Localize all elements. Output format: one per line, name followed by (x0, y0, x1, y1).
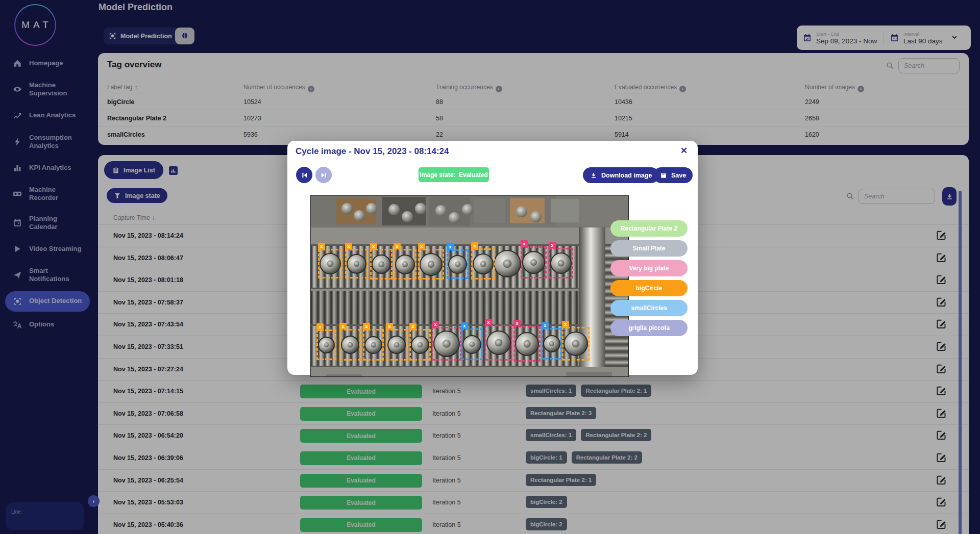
photo-part (415, 203, 426, 214)
next-image-button[interactable] (315, 167, 332, 183)
detection-box-orange[interactable]: x (345, 249, 368, 278)
save-button[interactable]: Save (653, 167, 693, 183)
detection-box-pink[interactable]: x (485, 325, 512, 361)
detection-box-orange[interactable]: x (370, 249, 393, 279)
cycle-image-modal: Cycle image - Nov 15, 2023 - 08:14:24 ✕ … (287, 141, 698, 375)
detection-box-orange[interactable]: x (339, 329, 361, 361)
photo-part (449, 212, 460, 223)
detection-box-tab[interactable]: x (409, 323, 416, 329)
detection-box-tab[interactable]: x (432, 321, 439, 327)
detection-box-tab[interactable]: x (461, 322, 468, 329)
photo-part (354, 210, 365, 221)
app-window: MAT HomepageMachine SupervisionLean Anal… (0, 0, 980, 534)
detection-box-blue[interactable]: x (447, 249, 469, 279)
photo-decoration (326, 374, 362, 376)
photo-part (516, 206, 527, 217)
detection-box-tab[interactable]: x (562, 321, 569, 327)
detection-box-pink[interactable]: x (513, 326, 541, 362)
detection-box-tab[interactable]: x (542, 322, 549, 328)
photo-decoration (566, 372, 612, 376)
detection-box-tab[interactable]: x (318, 243, 325, 249)
detection-box-tab[interactable]: x (447, 243, 454, 250)
detection-box-tab[interactable]: x (485, 319, 492, 325)
save-icon (660, 172, 667, 179)
detection-box-orange[interactable]: x (386, 329, 407, 361)
detection-box-tab[interactable]: x (513, 320, 521, 326)
skip-previous-icon (301, 171, 308, 179)
detection-box-tab[interactable]: x (418, 243, 425, 249)
download-image-button[interactable]: Download image (583, 167, 659, 183)
photo-part (366, 203, 377, 214)
photo-part (462, 204, 473, 215)
detection-box-tab[interactable]: x (339, 323, 347, 329)
detection-box-pink[interactable]: x (521, 246, 547, 278)
image-state-badge: Image state: Evaluated (419, 167, 489, 182)
download-icon (590, 172, 597, 179)
detection-box-pink[interactable]: x (432, 327, 461, 361)
detection-box-tab[interactable]: x (316, 323, 324, 330)
detection-box-pink[interactable]: x (549, 248, 573, 278)
modal-title: Cycle image - Nov 15, 2023 - 08:14:24 (296, 146, 449, 157)
detection-box-tab[interactable]: x (345, 243, 352, 249)
detection-box-blue[interactable]: x (542, 328, 562, 360)
wheel (494, 250, 521, 277)
detection-box-tab[interactable]: x (386, 323, 393, 329)
photo-part (402, 211, 413, 222)
detection-box-orange[interactable]: x (394, 249, 416, 279)
close-icon[interactable]: ✕ (677, 145, 691, 157)
label-button-rectangular-plate-2[interactable]: Rectangular Plate 2 (610, 220, 688, 237)
label-button-bigcircle[interactable]: bigCircle (610, 280, 688, 296)
save-button-label: Save (671, 172, 686, 179)
photo-part (435, 205, 447, 216)
photo-part (388, 204, 400, 215)
skip-next-icon (320, 171, 328, 179)
label-buttons-column: Rectangular Plate 2Small PlateVery big p… (610, 220, 688, 336)
detection-box-tab[interactable]: x (370, 243, 377, 249)
previous-image-button[interactable] (296, 167, 312, 183)
label-button-griglia-piccola[interactable]: griglia piccola (610, 320, 688, 336)
wheel-hub (503, 260, 512, 268)
detection-box-tab[interactable]: x (471, 242, 478, 249)
label-button-smallcircles[interactable]: smallCircles (610, 300, 688, 316)
photo-part (530, 211, 542, 222)
photo-decoration (474, 199, 505, 223)
detection-box-orange[interactable]: x (318, 249, 342, 278)
detection-box-orange[interactable]: x (562, 327, 590, 361)
detection-box-tab[interactable]: x (363, 323, 370, 329)
photo-part (341, 203, 353, 214)
label-button-small-plate[interactable]: Small Plate (610, 240, 688, 257)
download-image-label: Download image (601, 172, 652, 179)
detection-box-tab[interactable]: x (521, 240, 528, 247)
detection-box-tab[interactable]: x (549, 242, 556, 248)
detection-box-tab[interactable]: x (394, 243, 401, 249)
detection-box-blue[interactable]: x (461, 328, 483, 360)
cycle-image[interactable]: xxxxxxxxxxxxxxxxxxxx (311, 196, 628, 376)
detection-box-orange[interactable]: x (316, 329, 336, 360)
detection-box-orange[interactable]: x (409, 329, 431, 361)
label-button-very-big-plate[interactable]: Very big plate (610, 260, 688, 276)
detection-box-orange[interactable]: x (418, 249, 444, 279)
detection-box-orange[interactable]: x (363, 329, 384, 361)
detection-box-orange[interactable]: x (471, 248, 495, 279)
photo-decoration (551, 199, 579, 222)
